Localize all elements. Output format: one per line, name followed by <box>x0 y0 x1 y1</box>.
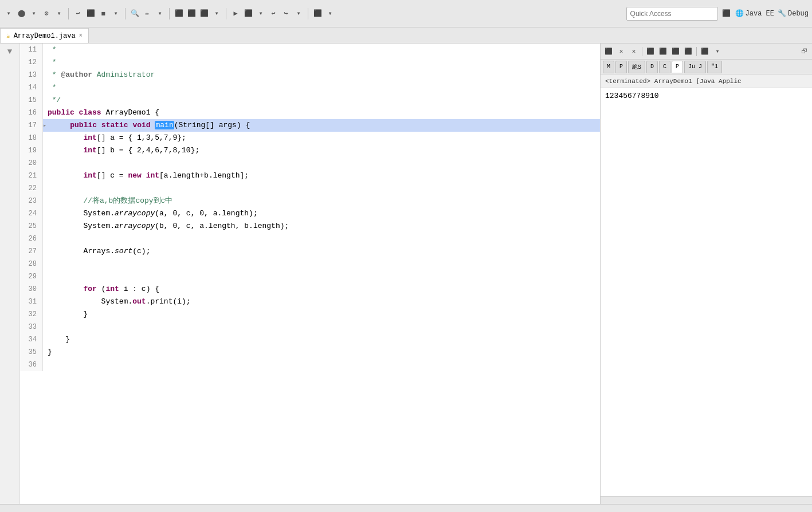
right-toolbar-icon-2[interactable]: ✕ <box>615 46 627 57</box>
toolbar-icon-23[interactable]: ⬛ <box>312 9 323 19</box>
toolbar-icon-18[interactable]: ⬛ <box>243 9 253 19</box>
toolbar-icon-4[interactable]: ⚙ <box>41 9 52 19</box>
code-line-23: 23 //将a,b的数据copy到c中 <box>20 195 600 207</box>
line-number-20: 20 <box>20 157 43 170</box>
right-tab-quote[interactable]: "1 <box>707 61 722 73</box>
right-tab-p2[interactable]: P <box>672 61 683 73</box>
right-toolbar-icon-9[interactable]: ▾ <box>712 46 723 57</box>
java-ee-perspective[interactable]: 🌐 Java EE <box>735 9 774 18</box>
toolbar-icon-13[interactable]: ⬛ <box>174 9 184 19</box>
token-method: arraycopy <box>115 222 155 230</box>
token-normal: System. <box>48 209 115 218</box>
code-line-27: 27 Arrays.sort(c); <box>20 245 600 258</box>
line-content-23: //将a,b的数据copy到c中 <box>43 195 172 207</box>
line-content-32: } <box>43 308 88 321</box>
editor-tab-arraydemo1[interactable]: ☕ ArrayDemo1.java × <box>0 28 89 43</box>
debug-perspective[interactable]: 🔧 Debug <box>778 9 809 18</box>
right-toolbar-icon-8[interactable]: ⬛ <box>699 46 711 57</box>
toolbar-icon-19[interactable]: ▾ <box>256 9 266 19</box>
toolbar-icon-10[interactable]: 🔍 <box>130 9 140 19</box>
toolbar-icon-12[interactable]: ▾ <box>155 9 165 19</box>
code-line-13: 13 * @author Administrator <box>20 69 600 81</box>
code-line-11: 11 * <box>20 44 600 56</box>
toolbar-icon-8[interactable]: ◼ <box>98 9 108 19</box>
line-content-19: int[] b = { 2,4,6,7,8,10}; <box>43 144 199 157</box>
line-number-21: 21 <box>20 170 43 182</box>
right-toolbar-icon-1[interactable]: ⬛ <box>603 46 614 57</box>
right-tab-c1[interactable]: C <box>659 61 670 73</box>
line-number-13: 13 <box>20 69 43 81</box>
token-normal: } <box>48 348 52 356</box>
line-number-11: 11 <box>20 44 43 56</box>
line-content-24: System.arraycopy(a, 0, c, 0, a.length); <box>43 207 258 220</box>
token-normal: } <box>48 310 88 318</box>
token-kw: int <box>83 133 96 142</box>
toolbar-icon-21[interactable]: ↪ <box>281 9 291 19</box>
right-panel-scrollbar[interactable] <box>601 496 812 504</box>
toolbar-icon-7[interactable]: ⬛ <box>85 9 96 19</box>
toolbar-icon-16[interactable]: ▾ <box>211 9 222 19</box>
line-number-16: 16 <box>20 107 43 119</box>
collapse-arrow[interactable]: ▼ <box>7 46 12 57</box>
token-normal: (a, 0, c, 0, a.length); <box>155 209 257 218</box>
right-tab-p1[interactable]: P <box>615 61 627 73</box>
line-content-13: * @author Administrator <box>43 69 155 81</box>
editor-horizontal-scrollbar[interactable] <box>0 504 812 512</box>
toolbar-icon-3[interactable]: ▾ <box>29 9 39 19</box>
right-toolbar-sep-1 <box>642 47 642 56</box>
toolbar-icon-5[interactable]: ▾ <box>54 9 64 19</box>
right-panel-tabs: M P 絶S D C P Ju J "1 <box>601 60 812 74</box>
right-tab-ju[interactable]: Ju J <box>684 61 706 73</box>
code-line-35: 35} <box>20 346 600 359</box>
token-comment: */ <box>48 96 61 104</box>
tab-filename: ArrayDemo1.java <box>14 32 76 40</box>
tab-close-button[interactable]: × <box>79 33 83 39</box>
toolbar-icon-24[interactable]: ▾ <box>325 9 335 19</box>
right-toolbar-icon-6[interactable]: ⬛ <box>670 46 681 57</box>
token-kw: int <box>105 285 119 293</box>
line-number-26: 26 <box>20 233 43 245</box>
line-number-32: 32 <box>20 308 43 321</box>
right-tab-m[interactable]: M <box>603 61 614 73</box>
token-kw: public <box>48 108 79 117</box>
code-line-36: 36 <box>20 359 600 371</box>
selected-token: main <box>155 121 174 129</box>
toolbar-icon-6[interactable]: ↩ <box>73 9 83 19</box>
token-comment: * <box>48 70 61 79</box>
token-method: arraycopy <box>115 209 155 218</box>
token-normal <box>48 285 83 293</box>
right-toolbar-icon-3[interactable]: ✕ <box>628 46 640 57</box>
token-green-comment: //将a,b的数据copy到c中 <box>48 196 172 205</box>
code-line-31: 31 System.out.print(i); <box>20 296 600 308</box>
right-panel-minimize[interactable]: 🗗 <box>798 46 810 57</box>
toolbar-icon-17[interactable]: ▶ <box>230 9 241 19</box>
right-tab-d[interactable]: D <box>646 61 658 73</box>
right-toolbar-icon-4[interactable]: ⬛ <box>645 46 656 57</box>
perspectives-toggle-icon[interactable]: ⬛ <box>721 9 732 19</box>
toolbar-icon-22[interactable]: ▾ <box>293 9 304 19</box>
line-number-24: 24 <box>20 207 43 220</box>
code-editor[interactable]: 11 *12 *13 * @author Administrator14 *15… <box>20 44 600 504</box>
toolbar-icon-11[interactable]: ✏ <box>142 9 152 19</box>
toolbar-sep-2 <box>125 8 125 19</box>
code-area: 11 *12 *13 * @author Administrator14 *15… <box>20 44 600 504</box>
line-content-18: int[] a = { 1,3,5,7,9}; <box>43 132 186 144</box>
toolbar-icon-15[interactable]: ⬛ <box>199 9 209 19</box>
toolbar-icon-14[interactable]: ⬛ <box>186 9 197 19</box>
quick-access-area: ⬛ 🌐 Java EE 🔧 Debug <box>626 7 809 21</box>
right-toolbar-icon-7[interactable]: ⬛ <box>682 46 694 57</box>
console-output[interactable]: 123456778910 <box>601 88 812 496</box>
code-line-25: 25 System.arraycopy(b, 0, c, a.length, b… <box>20 220 600 233</box>
toolbar-icon-20[interactable]: ↩ <box>268 9 278 19</box>
console-header: <terminated> ArrayDemo1 [Java Applic <box>601 74 812 88</box>
fold-marker-17[interactable]: ▸ <box>43 122 46 129</box>
toolbar-icon-1[interactable]: ▾ <box>3 9 14 19</box>
quick-access-input[interactable] <box>626 7 718 21</box>
code-line-34: 34 } <box>20 333 600 346</box>
line-number-12: 12 <box>20 56 43 69</box>
right-toolbar-icon-5[interactable]: ⬛ <box>657 46 669 57</box>
toolbar-icon-9[interactable]: ▾ <box>111 9 121 19</box>
right-tab-s[interactable]: 絶S <box>628 61 645 73</box>
toolbar-icon-2[interactable]: ⬤ <box>16 9 26 19</box>
token-comment: * <box>48 45 57 54</box>
